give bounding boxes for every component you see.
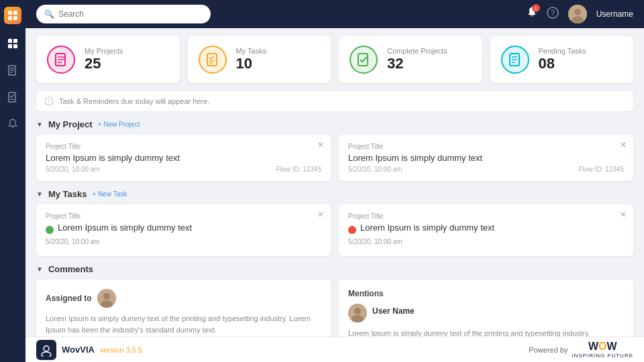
assigned-avatar (97, 289, 116, 308)
svg-rect-7 (13, 44, 17, 48)
my-project-label: My Project (48, 119, 93, 129)
svg-rect-1 (13, 11, 17, 15)
my-tasks-title: My Tasks (236, 47, 267, 55)
stat-card-my-projects: My Projects 25 (36, 36, 180, 83)
sidebar (0, 0, 25, 362)
new-task-button[interactable]: + New Task (92, 190, 127, 198)
project-card-2-title: Lorem Ipsum is simply dummy text (348, 153, 624, 163)
my-projects-icon (47, 46, 75, 74)
svg-point-19 (574, 9, 581, 15)
avatar[interactable] (568, 5, 587, 23)
task-card-2-label: Project Title (348, 213, 624, 220)
footer: WovVIA version 3.5.5 Powered by WOW INSP… (25, 337, 644, 362)
task-card-1-close[interactable]: ✕ (317, 210, 324, 219)
task-cards-row: ✕ Project Title Lorem Ipsum is simply du… (36, 204, 633, 256)
reminder-text: Task & Reminders due today will appear h… (59, 97, 209, 105)
assigned-to-card: Assigned to Lorem Ipsum is simply dummy … (36, 280, 331, 337)
svg-rect-3 (13, 16, 17, 20)
topnav-right: 1 ? Username (527, 5, 633, 23)
comments-toggle-icon[interactable]: ▼ (36, 265, 43, 273)
project-card-1-date: 5/20/20, 10:00 am (46, 166, 100, 173)
assigned-to-header: Assigned to (46, 289, 321, 308)
sidebar-item-dashboard[interactable] (5, 36, 20, 51)
task-card-1: ✕ Project Title Lorem Ipsum is simply du… (36, 204, 331, 256)
my-tasks-section: ▼ My Tasks + New Task ✕ Project Title Lo… (36, 189, 633, 256)
sidebar-item-notifications[interactable] (5, 117, 20, 131)
pending-tasks-info: Pending Tasks 08 (539, 47, 586, 72)
project-card-1: ✕ Project Title Lorem Ipsum is simply du… (36, 135, 331, 181)
notification-badge: 1 (532, 4, 540, 12)
project-card-2-label: Project Title (348, 143, 624, 150)
svg-rect-2 (8, 16, 12, 20)
wow-logo-text: WOW (588, 341, 617, 353)
svg-point-37 (103, 293, 110, 300)
project-card-1-close[interactable]: ✕ (317, 140, 324, 149)
task-dot-1 (46, 226, 54, 234)
my-projects-value: 25 (85, 55, 123, 72)
svg-rect-6 (8, 44, 12, 48)
stats-row: My Projects 25 My Tasks 10 (36, 36, 633, 83)
task-card-2-date: 5/20/20, 10:00 am (348, 238, 624, 245)
search-input[interactable] (58, 9, 203, 19)
mention-user-row: User Name (348, 304, 624, 322)
task-card-1-content: Project Title Lorem Ipsum is simply dumm… (46, 213, 321, 248)
my-tasks-label: My Tasks (48, 189, 87, 199)
project-card-2-footer: 5/20/20, 10:00 am Flow ID: 12345 (348, 166, 624, 173)
notification-bell[interactable]: 1 (527, 7, 537, 21)
task-card-1-date: 5/20/20, 10:00 am (46, 238, 321, 245)
my-projects-info: My Projects 25 (85, 47, 123, 72)
reminder-bar: Task & Reminders due today will appear h… (36, 91, 633, 111)
pending-tasks-value: 08 (539, 55, 586, 72)
comments-label: Comments (48, 264, 93, 274)
project-card-2-close[interactable]: ✕ (620, 140, 627, 149)
stat-card-my-tasks: My Tasks 10 (188, 36, 331, 83)
svg-point-35 (48, 103, 50, 104)
my-tasks-icon (199, 46, 227, 74)
sidebar-logo[interactable] (4, 7, 21, 24)
search-bar[interactable]: 🔍 (36, 5, 211, 23)
project-cards-row: ✕ Project Title Lorem Ipsum is simply du… (36, 135, 633, 181)
my-tasks-toggle-icon[interactable]: ▼ (36, 190, 43, 198)
help-icon[interactable]: ? (547, 7, 559, 21)
svg-rect-12 (9, 93, 15, 102)
powered-by-label: Powered by (529, 346, 568, 354)
my-project-toggle-icon[interactable]: ▼ (36, 121, 43, 128)
pending-tasks-title: Pending Tasks (539, 47, 586, 55)
project-card-1-title: Lorem Ipsum is simply dummy text (46, 153, 321, 163)
my-project-section: ▼ My Project + New Project ✕ Project Tit… (36, 119, 633, 181)
task-card-1-label: Project Title (46, 213, 321, 220)
powered-logo: WOW INSPIRING FUTURE (572, 341, 633, 359)
task-card-2-content: Project Title Lorem Ipsum is simply dumm… (348, 213, 624, 248)
svg-rect-25 (207, 54, 217, 66)
svg-point-43 (42, 352, 51, 357)
comments-header: ▼ Comments (36, 264, 633, 274)
sidebar-item-tasks[interactable] (5, 90, 20, 105)
topnav: 🔍 1 ? (25, 0, 644, 28)
svg-rect-5 (13, 39, 17, 43)
project-card-2: ✕ Project Title Lorem Ipsum is simply du… (339, 135, 633, 181)
task-card-1-title: Lorem Ipsum is simply dummy text (58, 223, 192, 233)
assigned-text: Lorem Ipsum is simply dummy text of the … (46, 313, 321, 335)
task-card-2-close[interactable]: ✕ (620, 210, 627, 219)
my-tasks-header: ▼ My Tasks + New Task (36, 189, 633, 199)
main-area: 🔍 1 ? (25, 0, 644, 362)
mention-text: Lorem Ipsum is simply dummy text of the … (348, 328, 624, 337)
project-card-1-footer: 5/20/20, 10:00 am Flow ID: 12345 (46, 166, 321, 173)
new-project-button[interactable]: + New Project (98, 121, 140, 128)
footer-left: WovVIA version 3.5.5 (36, 340, 142, 360)
mentions-header: Mentions (348, 289, 624, 298)
svg-rect-0 (8, 11, 12, 15)
footer-logo-icon (36, 340, 56, 360)
sidebar-item-documents[interactable] (5, 63, 20, 78)
content: My Projects 25 My Tasks 10 (25, 28, 644, 337)
task-dot-2 (348, 226, 356, 234)
project-card-2-flow: Flow ID: 12345 (579, 166, 624, 173)
complete-projects-info: Complete Projects 32 (387, 47, 447, 72)
mentions-card: Mentions User Name Lorem Ipsum is simp (339, 280, 633, 337)
comments-row: Assigned to Lorem Ipsum is simply dummy … (36, 280, 633, 337)
my-tasks-info: My Tasks 10 (236, 47, 267, 72)
username-label: Username (596, 9, 633, 19)
my-project-header: ▼ My Project + New Project (36, 119, 633, 129)
stat-card-pending-tasks: Pending Tasks 08 (490, 36, 634, 83)
pending-tasks-icon (501, 46, 529, 74)
